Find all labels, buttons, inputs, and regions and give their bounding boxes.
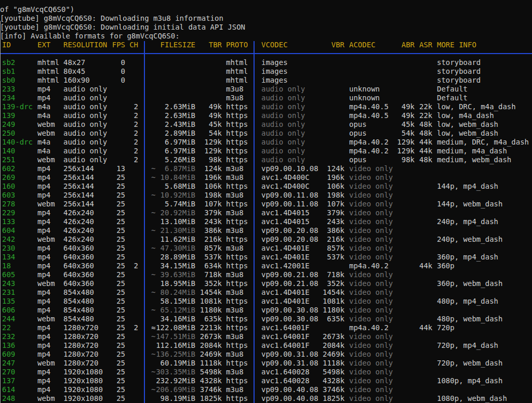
col-tbr: 124k [200, 164, 222, 173]
col-vcodec: avc1.4D401E [261, 297, 318, 306]
terminal-screen[interactable]: of "g8mVcqCQ6S0") [youtube] g8mVcqCQ6S0:… [0, 0, 532, 403]
col-tbr: TBR [200, 41, 222, 49]
col-tbr: 5498k [200, 368, 222, 376]
col-proto: m3u8 [226, 226, 248, 235]
col-vcodec: audio only [261, 102, 318, 111]
col-tbr: 352k [200, 279, 222, 288]
format-row: sb2mhtml48x270mhtmlimagesstoryboard [0, 58, 532, 67]
col-tbr: 243k [200, 217, 222, 226]
format-row: 160mp4256x144255.68MiB106khttpsavc1.4D40… [0, 182, 532, 191]
col-tbr: 98k [200, 155, 222, 164]
col-vbr: 3746k [323, 385, 344, 394]
col-tbr: 4328k [200, 376, 222, 385]
col-acodec: video only [349, 394, 393, 403]
col-fps: 25 [112, 341, 125, 350]
format-row: sb1mhtml80x450mhtmlimagesstoryboard [0, 67, 532, 76]
col-proto: mhtml [226, 67, 248, 76]
col-resolution: 1920x1080 [63, 368, 108, 376]
col-ext: mp4 [37, 288, 59, 297]
col-fps: 25 [112, 279, 125, 288]
col-ch: 2 [129, 147, 138, 155]
col-vcodec: audio only [261, 155, 318, 164]
col-acodec: unknown [349, 94, 393, 102]
col-vcodec: vp09.00.31.08 [261, 350, 318, 359]
col-resolution: audio only [63, 120, 108, 129]
col-proto: https [226, 102, 248, 111]
col-asr: 22k [419, 102, 432, 111]
col-vcodec: avc1.64001F [261, 341, 318, 350]
col-vcodec: images [261, 76, 318, 85]
col-proto: https [226, 182, 248, 191]
column-divider [144, 41, 145, 403]
col-filesize: 2.89MiB [151, 129, 195, 138]
col-tbr: 1081k [200, 297, 222, 306]
col-resolution: 48x27 [63, 58, 108, 67]
col-acodec: video only [349, 200, 393, 209]
col-acodec: mp4a.40.5 [349, 111, 393, 120]
col-vbr: 107k [323, 200, 344, 209]
col-fps: 25 [112, 350, 125, 359]
col-vcodec: vp09.00.11.08 [261, 200, 318, 209]
format-row: 232mp41280x72025147.51MiB~2673km3u8avc1.… [0, 332, 532, 341]
col-tbr: 129k [200, 138, 222, 147]
col-abr: 129k [397, 138, 415, 147]
col-ext: m4a [37, 138, 59, 147]
col-resolution: 80x45 [63, 67, 108, 76]
format-row: 234mp4audio onlym3u8audio onlyunknownDef… [0, 94, 532, 102]
col-acodec: mp4a.40.2 [349, 147, 393, 155]
col-id: 614 [2, 385, 33, 394]
col-acodec: video only [349, 217, 393, 226]
col-ext: webm [37, 200, 59, 209]
col-more-info: medium, webm_dash [437, 155, 531, 164]
col-tbr: 216k [200, 235, 222, 244]
col-resolution: 256x144 [63, 191, 108, 200]
col-acodec: video only [349, 226, 393, 235]
format-row: 270mp41920x108025303.35MiB~5498km3u8avc1… [0, 368, 532, 376]
format-row: 243webm640x3602518.95MiB352khttpsvp09.00… [0, 279, 532, 288]
format-row: 22mp41280x720252122.08MiB≈2213khttpsavc1… [0, 323, 532, 332]
col-ext: mp4 [37, 385, 59, 394]
col-ext: mp4 [37, 297, 59, 306]
col-vcodec: avc1.64001F [261, 323, 318, 332]
col-vbr: 243k [323, 217, 344, 226]
col-ext: mp4 [37, 217, 59, 226]
col-filesize: 6.97MiB [151, 138, 195, 147]
format-row: 233mp4audio onlym3u8audio onlyunknownDef… [0, 85, 532, 94]
col-ext: mp4 [37, 191, 59, 200]
col-tbr: 537k [200, 253, 222, 262]
col-id: 133 [2, 217, 33, 226]
col-tbr: 2213k [200, 323, 222, 332]
col-filesize-approx-prefix: ~ [151, 306, 195, 315]
col-vcodec: avc1.42001E [261, 262, 318, 270]
col-more-info: 720p, mp4_dash [437, 341, 531, 350]
col-more-info: 720p, webm_dash [437, 359, 531, 368]
col-ext: EXT [37, 41, 59, 49]
col-acodec: video only [349, 191, 393, 200]
col-id: 22 [2, 323, 33, 332]
col-filesize-approx-prefix: ~ [151, 226, 195, 235]
format-row: 278webm256x144255.74MiB107khttpsvp09.00.… [0, 200, 532, 209]
col-acodec: video only [349, 279, 393, 288]
col-acodec: unknown [349, 85, 393, 94]
col-id: 249 [2, 120, 33, 129]
col-acodec: mp4a.40.2 [349, 138, 393, 147]
column-divider [254, 41, 255, 403]
col-filesize-approx-prefix: ~ [151, 332, 195, 341]
col-vcodec: vp09.00.30.08 [261, 306, 318, 315]
col-ch: 2 [129, 129, 138, 138]
col-proto: https [226, 138, 248, 147]
format-row: 614mp41920x108025206.69MiB~3746km3u8vp09… [0, 385, 532, 394]
col-id: 229 [2, 209, 33, 217]
col-resolution: 854x480 [63, 288, 108, 297]
col-tbr: 106k [200, 182, 222, 191]
col-fps: 25 [112, 359, 125, 368]
col-acodec: video only [349, 359, 393, 368]
col-acodec: video only [349, 288, 393, 297]
col-proto: https [226, 111, 248, 120]
col-proto: m3u8 [226, 288, 248, 297]
col-vcodec: audio only [261, 147, 318, 155]
col-acodec: video only [349, 341, 393, 350]
col-ext: mhtml [37, 76, 59, 85]
col-filesize: 2.63MiB [151, 111, 195, 120]
format-row: 248webm1920x10802598.19MiB1825khttpsvp09… [0, 394, 532, 403]
